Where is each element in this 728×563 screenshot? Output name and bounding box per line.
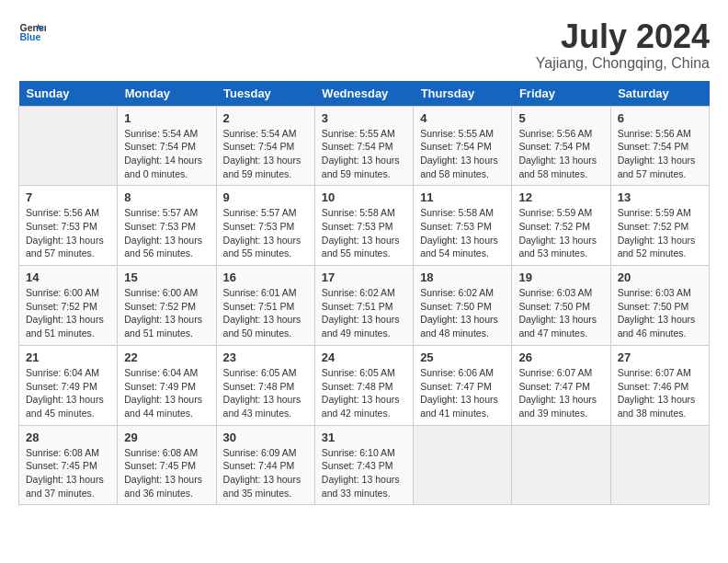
daylight-text: Daylight: 13 hours and 59 minutes. [322,155,400,179]
sunset-text: Sunset: 7:49 PM [124,381,196,392]
weekday-header-wednesday: Wednesday [314,81,413,107]
calendar-cell: 24 Sunrise: 6:05 AM Sunset: 7:48 PM Dayl… [314,345,413,425]
calendar-cell: 16 Sunrise: 6:01 AM Sunset: 7:51 PM Dayl… [216,266,314,346]
day-info: Sunrise: 5:55 AM Sunset: 7:54 PM Dayligh… [420,127,505,181]
calendar-cell: 22 Sunrise: 6:04 AM Sunset: 7:49 PM Dayl… [118,345,216,425]
calendar-cell [512,425,610,505]
day-info: Sunrise: 6:03 AM Sunset: 7:50 PM Dayligh… [618,286,702,340]
daylight-text: Daylight: 13 hours and 57 minutes. [618,155,696,179]
sunrise-text: Sunrise: 6:06 AM [420,367,494,378]
calendar-cell: 20 Sunrise: 6:03 AM Sunset: 7:50 PM Dayl… [610,266,709,346]
daylight-text: Daylight: 13 hours and 58 minutes. [420,155,498,179]
sunrise-text: Sunrise: 6:09 AM [223,447,297,458]
daylight-text: Daylight: 13 hours and 53 minutes. [518,235,597,259]
calendar-header: SundayMondayTuesdayWednesdayThursdayFrid… [19,81,710,107]
sunrise-text: Sunrise: 5:59 AM [518,207,592,218]
main-title: July 2024 [536,18,710,55]
sunrise-text: Sunrise: 5:54 AM [124,128,198,139]
sunrise-text: Sunrise: 6:07 AM [518,367,592,378]
calendar-cell: 5 Sunrise: 5:56 AM Sunset: 7:54 PM Dayli… [512,106,610,186]
day-info: Sunrise: 6:00 AM Sunset: 7:52 PM Dayligh… [124,286,209,340]
daylight-text: Daylight: 13 hours and 55 minutes. [223,235,301,259]
calendar-cell: 25 Sunrise: 6:06 AM Sunset: 7:47 PM Dayl… [414,345,512,425]
day-number: 11 [420,190,505,204]
calendar-cell: 13 Sunrise: 5:59 AM Sunset: 7:52 PM Dayl… [610,186,709,266]
daylight-text: Daylight: 13 hours and 41 minutes. [420,394,498,419]
day-number: 1 [124,111,209,125]
calendar-cell: 23 Sunrise: 6:05 AM Sunset: 7:48 PM Dayl… [216,345,314,425]
day-info: Sunrise: 6:05 AM Sunset: 7:48 PM Dayligh… [223,366,308,420]
calendar-cell: 21 Sunrise: 6:04 AM Sunset: 7:49 PM Dayl… [19,345,118,425]
calendar-cell: 12 Sunrise: 5:59 AM Sunset: 7:52 PM Dayl… [512,186,610,266]
calendar-week-4: 21 Sunrise: 6:04 AM Sunset: 7:49 PM Dayl… [19,345,710,425]
day-number: 2 [223,111,308,125]
calendar-cell: 29 Sunrise: 6:08 AM Sunset: 7:45 PM Dayl… [118,425,216,505]
sunrise-text: Sunrise: 6:05 AM [223,367,297,378]
day-info: Sunrise: 6:04 AM Sunset: 7:49 PM Dayligh… [124,366,209,420]
daylight-text: Daylight: 13 hours and 57 minutes. [26,235,104,259]
day-info: Sunrise: 6:04 AM Sunset: 7:49 PM Dayligh… [26,366,110,420]
calendar-cell: 28 Sunrise: 6:08 AM Sunset: 7:45 PM Dayl… [19,425,118,505]
day-info: Sunrise: 6:03 AM Sunset: 7:50 PM Dayligh… [518,286,603,340]
daylight-text: Daylight: 13 hours and 58 minutes. [518,155,597,179]
day-info: Sunrise: 6:10 AM Sunset: 7:43 PM Dayligh… [322,446,406,500]
sunrise-text: Sunrise: 5:57 AM [223,207,297,218]
calendar-cell: 31 Sunrise: 6:10 AM Sunset: 7:43 PM Dayl… [314,425,413,505]
day-number: 31 [322,431,406,444]
calendar-cell: 1 Sunrise: 5:54 AM Sunset: 7:54 PM Dayli… [118,106,216,186]
sunset-text: Sunset: 7:52 PM [124,301,196,312]
sunrise-text: Sunrise: 6:03 AM [618,287,691,298]
daylight-text: Daylight: 13 hours and 46 minutes. [618,314,696,339]
sunset-text: Sunset: 7:54 PM [420,141,492,152]
daylight-text: Daylight: 13 hours and 54 minutes. [420,235,498,259]
daylight-text: Daylight: 13 hours and 36 minutes. [124,474,202,499]
calendar-cell: 30 Sunrise: 6:09 AM Sunset: 7:44 PM Dayl… [216,425,314,505]
sunset-text: Sunset: 7:45 PM [124,460,196,471]
day-number: 27 [618,350,702,364]
day-info: Sunrise: 5:58 AM Sunset: 7:53 PM Dayligh… [322,206,406,260]
day-number: 21 [26,350,110,364]
weekday-header-thursday: Thursday [414,81,512,107]
sunset-text: Sunset: 7:51 PM [322,301,393,312]
daylight-text: Daylight: 13 hours and 59 minutes. [223,155,301,179]
day-number: 25 [420,350,505,364]
sunrise-text: Sunrise: 6:10 AM [322,447,395,458]
day-info: Sunrise: 6:01 AM Sunset: 7:51 PM Dayligh… [223,286,308,340]
daylight-text: Daylight: 13 hours and 51 minutes. [124,314,202,339]
sunset-text: Sunset: 7:46 PM [618,381,689,392]
sunrise-text: Sunrise: 5:56 AM [518,128,592,139]
day-info: Sunrise: 6:08 AM Sunset: 7:45 PM Dayligh… [26,446,110,500]
day-number: 30 [223,431,308,444]
day-info: Sunrise: 6:05 AM Sunset: 7:48 PM Dayligh… [322,366,406,420]
svg-text:Blue: Blue [20,31,41,42]
sunset-text: Sunset: 7:52 PM [618,221,689,232]
sunset-text: Sunset: 7:54 PM [124,141,196,152]
sunset-text: Sunset: 7:44 PM [223,460,295,471]
day-info: Sunrise: 6:08 AM Sunset: 7:45 PM Dayligh… [124,446,209,500]
day-number: 3 [322,111,406,125]
sunrise-text: Sunrise: 5:59 AM [618,207,691,218]
daylight-text: Daylight: 13 hours and 38 minutes. [618,394,696,419]
calendar-cell: 9 Sunrise: 5:57 AM Sunset: 7:53 PM Dayli… [216,186,314,266]
calendar-cell: 15 Sunrise: 6:00 AM Sunset: 7:52 PM Dayl… [118,266,216,346]
day-number: 8 [124,190,209,204]
day-number: 9 [223,190,308,204]
calendar-cell: 17 Sunrise: 6:02 AM Sunset: 7:51 PM Dayl… [314,266,413,346]
day-number: 15 [124,270,209,284]
day-info: Sunrise: 5:59 AM Sunset: 7:52 PM Dayligh… [618,206,702,260]
day-number: 24 [322,350,406,364]
sunrise-text: Sunrise: 5:54 AM [223,128,297,139]
day-number: 5 [518,111,603,125]
sunrise-text: Sunrise: 5:56 AM [618,128,691,139]
sunrise-text: Sunrise: 5:55 AM [322,128,395,139]
sunrise-text: Sunrise: 6:04 AM [124,367,198,378]
day-info: Sunrise: 6:07 AM Sunset: 7:47 PM Dayligh… [518,366,603,420]
day-number: 23 [223,350,308,364]
calendar-cell: 10 Sunrise: 5:58 AM Sunset: 7:53 PM Dayl… [314,186,413,266]
sunset-text: Sunset: 7:50 PM [420,301,492,312]
sunrise-text: Sunrise: 6:00 AM [26,287,99,298]
sunset-text: Sunset: 7:53 PM [26,221,97,232]
daylight-text: Daylight: 13 hours and 44 minutes. [124,394,202,419]
calendar-cell: 26 Sunrise: 6:07 AM Sunset: 7:47 PM Dayl… [512,345,610,425]
calendar-cell: 27 Sunrise: 6:07 AM Sunset: 7:46 PM Dayl… [610,345,709,425]
